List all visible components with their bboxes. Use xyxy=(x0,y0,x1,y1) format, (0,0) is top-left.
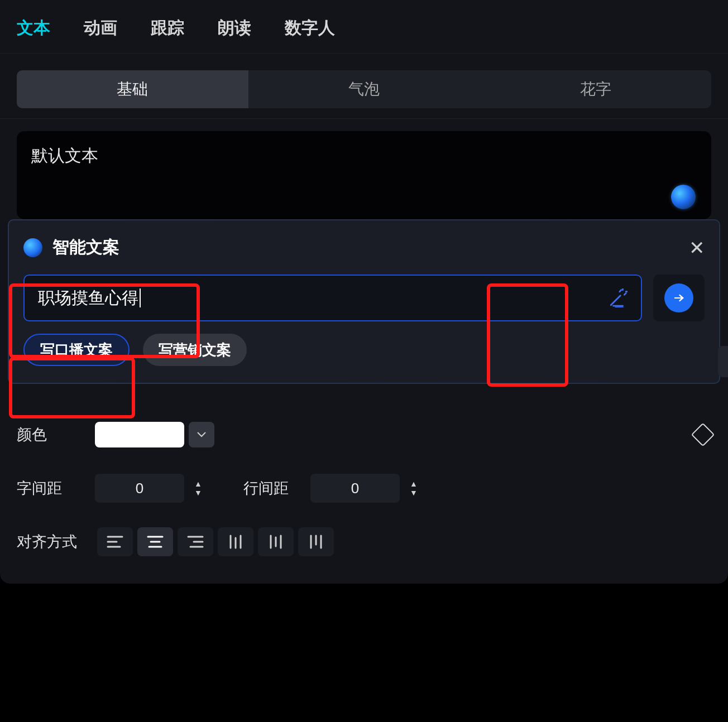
smart-prompt-input[interactable]: 职场摸鱼心得 xyxy=(23,275,642,321)
tab-digital-human[interactable]: 数字人 xyxy=(285,17,335,40)
chevron-down-icon[interactable]: ▼ xyxy=(404,489,423,497)
smart-copy-popup: 智能文案 ✕ 职场摸鱼心得 xyxy=(8,219,720,384)
close-icon[interactable]: ✕ xyxy=(689,238,705,257)
align-vertical-center-button[interactable] xyxy=(258,527,294,556)
color-row: 颜色 xyxy=(17,415,711,454)
sub-tab-wrap: 基础 气泡 花字 xyxy=(0,54,728,119)
tab-animation[interactable]: 动画 xyxy=(84,17,117,40)
align-right-button[interactable] xyxy=(178,527,213,556)
magic-wand-icon[interactable] xyxy=(609,288,628,307)
text-content-value: 默认文本 xyxy=(31,146,98,165)
tab-text[interactable]: 文本 xyxy=(17,17,50,40)
sub-tab-bubble[interactable]: 气泡 xyxy=(248,70,480,108)
arrow-right-icon xyxy=(664,283,693,312)
letter-spacing-input[interactable]: 0 xyxy=(95,474,184,503)
ai-orb-icon[interactable] xyxy=(671,185,696,209)
chip-marketing-copy[interactable]: 写营销文案 xyxy=(143,334,247,366)
color-swatch[interactable] xyxy=(95,422,184,447)
align-center-button[interactable] xyxy=(137,527,173,556)
spacing-row: 字间距 0 ▲ ▼ 行间距 0 ▲ ▼ xyxy=(17,469,711,508)
smart-popup-header: 智能文案 ✕ xyxy=(23,236,705,259)
line-spacing-stepper[interactable]: ▲ ▼ xyxy=(404,474,423,503)
chevron-up-icon[interactable]: ▲ xyxy=(189,480,208,488)
sub-tab-bar: 基础 气泡 花字 xyxy=(17,70,711,108)
ai-orb-icon xyxy=(23,238,42,257)
reset-keyframe-icon[interactable] xyxy=(691,423,715,446)
line-spacing-label: 行间距 xyxy=(243,478,310,498)
align-row: 对齐方式 xyxy=(17,522,711,561)
top-tab-bar: 文本 动画 跟踪 朗读 数字人 xyxy=(0,0,728,54)
letter-spacing-stepper[interactable]: ▲ ▼ xyxy=(189,474,208,503)
text-content-input[interactable]: 默认文本 xyxy=(17,131,711,219)
line-spacing-input[interactable]: 0 xyxy=(310,474,400,503)
align-button-group xyxy=(97,527,334,556)
sub-tab-basic[interactable]: 基础 xyxy=(17,70,248,108)
panel-collapse-handle[interactable] xyxy=(718,346,728,377)
align-left-button[interactable] xyxy=(97,527,133,556)
chevron-up-icon[interactable]: ▲ xyxy=(404,480,423,488)
controls-section: 颜色 字间距 0 ▲ ▼ 行间距 0 ▲ ▼ 对齐方式 xyxy=(0,384,728,561)
submit-button[interactable] xyxy=(653,275,705,321)
color-label: 颜色 xyxy=(17,425,95,445)
smart-popup-title: 智能文案 xyxy=(52,236,689,259)
align-label: 对齐方式 xyxy=(17,532,95,552)
text-cursor xyxy=(140,288,141,307)
smart-prompt-value: 职场摸鱼心得 xyxy=(38,287,138,310)
color-dropdown-button[interactable] xyxy=(189,422,214,447)
tab-track[interactable]: 跟踪 xyxy=(151,17,184,40)
tab-read[interactable]: 朗读 xyxy=(218,17,251,40)
text-properties-panel: 文本 动画 跟踪 朗读 数字人 基础 气泡 花字 默认文本 智能文案 ✕ 职场摸… xyxy=(0,0,728,584)
chevron-down-icon[interactable]: ▼ xyxy=(189,489,208,497)
align-vertical-right-button[interactable] xyxy=(298,527,334,556)
letter-spacing-label: 字间距 xyxy=(17,478,95,498)
chip-broadcast-copy[interactable]: 写口播文案 xyxy=(23,334,130,366)
text-area-wrap: 默认文本 xyxy=(0,119,728,219)
template-chip-row: 写口播文案 写营销文案 xyxy=(23,334,705,366)
sub-tab-fancy[interactable]: 花字 xyxy=(480,70,711,108)
align-vertical-left-button[interactable] xyxy=(218,527,253,556)
smart-input-row: 职场摸鱼心得 xyxy=(23,275,705,321)
